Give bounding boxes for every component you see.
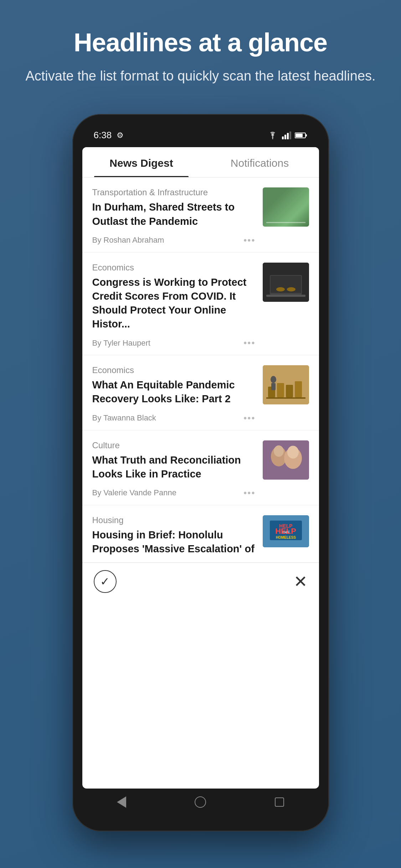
gear-icon: ⚙: [117, 131, 124, 140]
svg-point-26: [287, 446, 299, 459]
news-thumbnail: [263, 187, 309, 227]
status-time-area: 6:38 ⚙: [94, 130, 124, 141]
news-footer: By Roshan Abraham •••: [92, 235, 256, 246]
wifi-icon: [267, 131, 278, 139]
phone-device: 6:38 ⚙: [72, 114, 329, 831]
more-options-icon[interactable]: •••: [243, 235, 255, 246]
nav-home-button[interactable]: [193, 795, 207, 809]
svg-point-0: [272, 138, 273, 139]
more-options-icon[interactable]: •••: [243, 337, 255, 348]
svg-rect-6: [295, 134, 303, 137]
status-icons: [267, 131, 308, 139]
phone-frame: 6:38 ⚙: [72, 114, 329, 831]
news-thumbnail: [263, 365, 309, 404]
news-content: Economics What An Equitable Pandemic Rec…: [92, 365, 256, 423]
news-thumbnail: [263, 440, 309, 480]
news-author: By Roshan Abraham: [92, 236, 164, 245]
svg-rect-10: [271, 276, 301, 293]
tab-notifications[interactable]: Notifications: [201, 147, 319, 177]
nav-bar: [82, 789, 319, 817]
news-thumbnail: [263, 263, 309, 302]
news-title: Housing in Brief: Honolulu Proposes 'Mas…: [92, 528, 256, 556]
more-options-icon[interactable]: •••: [243, 413, 255, 424]
svg-point-12: [276, 287, 285, 291]
news-content: Transportation & Infrastructure In Durha…: [92, 187, 256, 246]
phone-screen: News Digest Notifications Transportation…: [82, 147, 319, 789]
svg-rect-3: [287, 133, 289, 139]
news-category: Economics: [92, 365, 256, 375]
svg-rect-11: [266, 295, 305, 297]
news-footer: By Valerie Vande Panne •••: [92, 487, 256, 498]
svg-rect-1: [282, 136, 284, 139]
hero-section: Headlines at a glance Activate the list …: [0, 0, 401, 107]
news-category: Housing: [92, 515, 256, 525]
news-item[interactable]: Economics What An Equitable Pandemic Rec…: [82, 355, 319, 430]
news-footer: By Tawanna Black •••: [92, 413, 256, 424]
news-title: In Durham, Shared Streets to Outlast the…: [92, 200, 256, 228]
svg-text:THE: THE: [282, 530, 290, 534]
svg-rect-17: [286, 385, 293, 397]
signal-icon: [282, 131, 291, 139]
news-title: What An Equitable Pandemic Recovery Look…: [92, 378, 256, 406]
tabs-bar[interactable]: News Digest Notifications: [82, 147, 319, 177]
close-button[interactable]: ✕: [294, 573, 308, 590]
news-author: By Tyler Haupert: [92, 339, 150, 348]
news-content: Economics Congress is Working to Protect…: [92, 263, 256, 349]
news-title: What Truth and Reconciliation Looks Like…: [92, 453, 256, 481]
svg-rect-2: [284, 135, 286, 139]
tab-news-digest[interactable]: News Digest: [82, 147, 201, 177]
news-author: By Valerie Vande Panne: [92, 488, 176, 497]
bottom-bar: ✓ ✕: [82, 563, 319, 600]
status-bar: 6:38 ⚙: [82, 125, 319, 147]
news-author: By Tawanna Black: [92, 413, 156, 423]
news-footer: By Tyler Haupert •••: [92, 337, 256, 348]
news-category: Culture: [92, 440, 256, 450]
news-title: Congress is Working to Protect Credit Sc…: [92, 275, 256, 331]
nav-back-button[interactable]: [114, 795, 129, 809]
svg-point-20: [271, 376, 276, 383]
news-item[interactable]: Economics Congress is Working to Protect…: [82, 253, 319, 356]
news-item[interactable]: Transportation & Infrastructure In Durha…: [82, 177, 319, 252]
news-content: Culture What Truth and Reconciliation Lo…: [92, 440, 256, 498]
svg-text:HELP: HELP: [279, 523, 292, 529]
svg-rect-27: [263, 515, 309, 547]
news-item[interactable]: Culture What Truth and Reconciliation Lo…: [82, 430, 319, 505]
recents-icon: [275, 797, 284, 807]
news-item[interactable]: Housing Housing in Brief: Honolulu Propo…: [82, 505, 319, 563]
svg-rect-16: [277, 383, 284, 397]
svg-rect-4: [289, 131, 291, 139]
svg-rect-18: [295, 381, 302, 397]
svg-text:HOMELESS: HOMELESS: [276, 536, 295, 539]
svg-rect-19: [266, 397, 305, 399]
clock: 6:38: [94, 130, 112, 141]
svg-point-13: [287, 287, 295, 291]
svg-rect-7: [306, 134, 307, 136]
battery-icon: [295, 132, 308, 139]
news-list: Transportation & Infrastructure In Durha…: [82, 177, 319, 563]
news-content: Housing Housing in Brief: Honolulu Propo…: [92, 515, 256, 562]
svg-point-25: [274, 445, 284, 457]
news-category: Transportation & Infrastructure: [92, 187, 256, 197]
svg-rect-21: [271, 383, 276, 390]
nav-recents-button[interactable]: [272, 795, 287, 809]
check-button[interactable]: ✓: [94, 570, 117, 593]
news-thumbnail: HELP THE HOMELESS: [263, 515, 309, 547]
back-icon: [117, 796, 126, 808]
home-icon: [195, 796, 206, 808]
hero-subtitle: Activate the list format to quickly scan…: [21, 67, 380, 86]
news-category: Economics: [92, 263, 256, 273]
hero-title: Headlines at a glance: [21, 29, 380, 57]
more-options-icon[interactable]: •••: [243, 487, 255, 498]
check-icon: ✓: [100, 575, 110, 588]
